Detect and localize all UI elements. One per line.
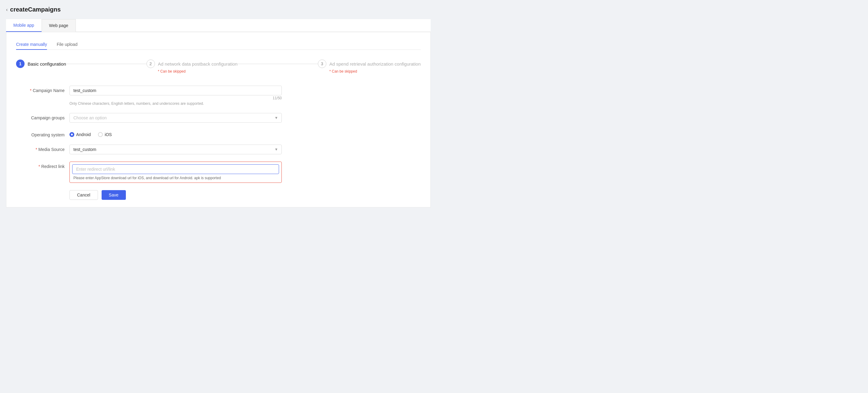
os-radio-group: Android iOS [69,130,282,137]
top-tabs-container: Mobile app Web page [6,19,431,32]
campaign-groups-wrapper: Choose an option ▼ [69,113,282,123]
media-source-label: Media Source [16,145,65,152]
save-button[interactable]: Save [102,190,126,200]
sub-tab-file-upload[interactable]: File upload [57,39,78,50]
campaign-name-label: Campaign Name [16,86,65,93]
campaign-groups-select-wrapper: Choose an option ▼ [69,113,282,123]
form-section: Campaign Name 11/50 Only Chinese charact… [16,86,421,200]
os-ios-option[interactable]: iOS [98,132,112,137]
campaign-name-wrapper: 11/50 Only Chinese characters, English l… [69,86,282,106]
redirect-link-input[interactable] [72,164,279,174]
media-source-select[interactable]: test_custom [69,145,282,154]
action-buttons: Cancel Save [69,190,421,200]
redirect-link-wrapper: Please enter AppStore download url for i… [69,162,282,183]
campaign-groups-label: Campaign groups [16,113,65,120]
step-3-title: Ad spend retrieval authorization configu… [329,61,421,66]
media-source-wrapper: test_custom ▼ [69,145,282,154]
campaign-name-input[interactable] [69,86,282,95]
redirect-link-row: Redirect link Please enter AppStore down… [16,162,421,183]
campaign-groups-row: Campaign groups Choose an option ▼ [16,113,421,123]
operating-system-wrapper: Android iOS [69,130,282,137]
redirect-link-label: Redirect link [16,162,65,169]
tab-mobile-app[interactable]: Mobile app [6,19,41,32]
cancel-button[interactable]: Cancel [69,190,98,200]
step-2: 2 Ad network data postback configuration… [147,59,238,74]
step-connector-2 [238,64,318,64]
step-1: 1 Basic configuration [16,59,66,68]
redirect-error-wrapper: Please enter AppStore download url for i… [69,162,282,183]
step-1-number: 1 [16,59,25,68]
main-content: Create manually File upload 1 Basic conf… [6,32,431,207]
redirect-link-hint: Please enter AppStore download url for i… [72,176,279,180]
tab-web-page[interactable]: Web page [41,19,76,32]
media-source-row: Media Source test_custom ▼ [16,145,421,154]
sub-tabs-container: Create manually File upload [16,39,421,50]
step-2-number: 2 [147,59,155,68]
android-radio-icon [69,132,74,137]
step-3-skip: * Can be skipped [329,69,421,74]
sub-tab-create-manually[interactable]: Create manually [16,39,47,50]
campaign-name-row: Campaign Name 11/50 Only Chinese charact… [16,86,421,106]
steps-row: 1 Basic configuration 2 Ad network data … [16,59,421,74]
campaign-groups-select[interactable]: Choose an option [69,113,282,123]
page-title: createCampaigns [10,6,61,13]
back-icon[interactable]: ‹ [6,7,8,12]
ios-radio-icon [98,132,103,137]
operating-system-row: Operating system Android iOS [16,130,421,137]
step-1-title: Basic configuration [28,61,66,66]
campaign-name-count: 11/50 [69,96,282,100]
android-radio-label: Android [76,132,91,137]
ios-radio-label: iOS [105,132,112,137]
step-3-number: 3 [318,59,326,68]
campaign-name-hint: Only Chinese characters, English letters… [69,102,282,106]
operating-system-label: Operating system [16,130,65,137]
step-connector-1 [66,64,147,64]
step-3: 3 Ad spend retrieval authorization confi… [318,59,421,74]
os-android-option[interactable]: Android [69,132,91,137]
media-source-select-wrapper: test_custom ▼ [69,145,282,154]
step-2-title: Ad network data postback configuration [158,61,238,66]
step-2-skip: * Can be skipped [158,69,238,74]
